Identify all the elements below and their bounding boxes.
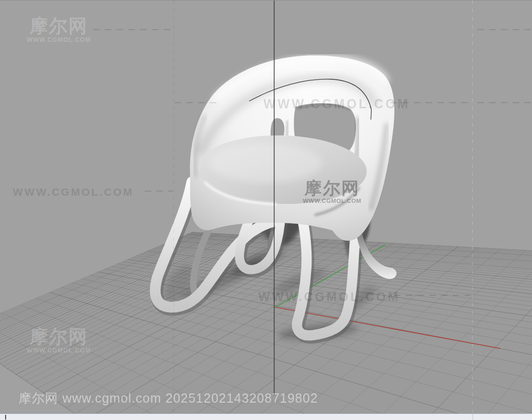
status-bar-divider: [473, 414, 473, 420]
watermark-dashes: [394, 295, 471, 296]
watermark-grid-vline: [472, 1, 473, 413]
watermark-dashes: [145, 191, 172, 192]
status-bar-tick: [5, 415, 6, 419]
watermark-dashes: [477, 29, 532, 30]
scene-canvas: [0, 1, 532, 413]
status-bar: [0, 413, 532, 420]
watermark-dashes: [477, 102, 532, 103]
watermark-dashes: [390, 102, 471, 103]
watermark-dashes: [174, 102, 221, 103]
watermark-dashes: [93, 29, 173, 30]
watermark-grid-vline: [173, 1, 174, 413]
viewport-3d[interactable]: WWW.CGMOL.COM WWW.CGMOL.COM WWW.CGMOL.CO…: [0, 0, 532, 413]
